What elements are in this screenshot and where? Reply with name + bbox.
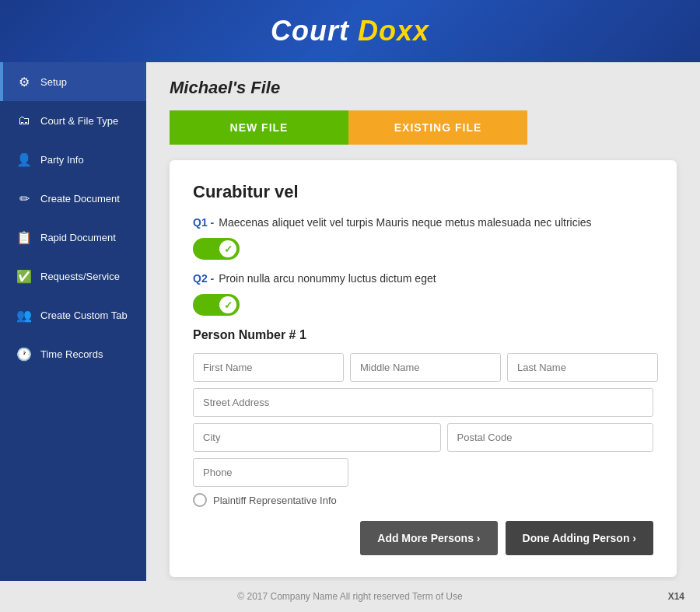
sidebar-item-setup[interactable]: ⚙ Setup — [0, 62, 146, 101]
question-1-row: Q1 - Maecenas aliquet velit vel turpis M… — [193, 216, 653, 229]
layout: ⚙ Setup 🗂 Court & File Type 👤 Party Info… — [0, 62, 700, 612]
q2-check-icon: ✓ — [224, 299, 233, 311]
q1-label: Q1 - — [193, 216, 214, 229]
person-number-label: Person Number # 1 — [193, 328, 653, 342]
sidebar-label-time-records: Time Records — [40, 348, 103, 360]
file-icon: 🗂 — [16, 112, 33, 129]
logo: Court Doxx — [271, 15, 429, 47]
main-content: Michael's File NEW FILE EXISTING FILE Cu… — [146, 62, 700, 612]
phone-row — [193, 458, 653, 487]
plaintiff-rep-radio[interactable] — [193, 493, 207, 507]
sidebar-item-party-info[interactable]: 👤 Party Info — [0, 140, 146, 179]
sidebar-item-create-custom-tab[interactable]: 👥 Create Custom Tab — [0, 296, 146, 334]
file-type-buttons: NEW FILE EXISTING FILE — [170, 110, 527, 145]
middle-name-input[interactable] — [350, 353, 501, 382]
done-adding-person-button[interactable]: Done Adding Person › — [506, 521, 653, 555]
new-file-button[interactable]: NEW FILE — [170, 110, 348, 145]
sidebar-label-create-document: Create Document — [40, 193, 120, 205]
first-name-input[interactable] — [193, 353, 344, 382]
question-2-row: Q2 - Proin nulla arcu nonummy luctus dic… — [193, 272, 653, 285]
logo-court: Court — [271, 15, 349, 47]
sidebar-item-requests-service[interactable]: ✅ Requests/Service — [0, 257, 146, 296]
footer: © 2017 Company Name All right reserved T… — [0, 581, 700, 612]
sidebar-label-requests-service: Requests/Service — [40, 271, 120, 282]
sidebar-label-create-custom-tab: Create Custom Tab — [40, 309, 128, 321]
main-card: Curabitur vel Q1 - Maecenas aliquet veli… — [170, 160, 677, 577]
group-icon: 👥 — [16, 306, 33, 323]
city-input[interactable] — [193, 423, 441, 452]
street-address-input[interactable] — [193, 388, 653, 417]
card-title: Curabitur vel — [193, 182, 653, 202]
existing-file-button[interactable]: EXISTING FILE — [348, 110, 527, 145]
sidebar-label-rapid-document: Rapid Document — [40, 232, 116, 243]
sidebar-item-time-records[interactable]: 🕐 Time Records — [0, 334, 146, 373]
name-row — [193, 353, 653, 382]
q2-toggle-wrap: ✓ — [193, 294, 653, 316]
pencil-icon: ✏ — [16, 190, 33, 207]
check-circle-icon: ✅ — [16, 268, 33, 285]
phone-input[interactable] — [193, 458, 348, 487]
street-row — [193, 388, 653, 417]
person-icon: 👤 — [16, 151, 33, 168]
page-title: Michael's File — [170, 78, 677, 98]
q2-toggle-knob: ✓ — [219, 296, 236, 313]
sidebar-item-create-document[interactable]: ✏ Create Document — [0, 179, 146, 218]
q1-toggle-wrap: ✓ — [193, 238, 653, 260]
postal-code-input[interactable] — [447, 423, 653, 452]
q2-label: Q2 - — [193, 272, 214, 285]
sidebar-item-court-file-type[interactable]: 🗂 Court & File Type — [0, 101, 146, 140]
city-postal-row — [193, 423, 653, 452]
sidebar-label-setup: Setup — [40, 76, 67, 88]
q2-text: Proin nulla arcu nonummy luctus dictum e… — [219, 272, 436, 285]
sidebar: ⚙ Setup 🗂 Court & File Type 👤 Party Info… — [0, 62, 146, 612]
logo-doxx: Doxx — [358, 15, 429, 47]
copy-icon: 📋 — [16, 229, 33, 246]
sidebar-label-court-file-type: Court & File Type — [40, 115, 118, 127]
footer-copyright: © 2017 Company Name All right reserved T… — [237, 591, 462, 602]
q2-toggle[interactable]: ✓ — [193, 294, 240, 316]
footer-version: X14 — [668, 591, 684, 602]
header: Court Doxx — [0, 0, 700, 62]
sidebar-item-rapid-document[interactable]: 📋 Rapid Document — [0, 218, 146, 257]
radio-row: Plaintiff Representative Info — [193, 493, 653, 507]
q1-check-icon: ✓ — [224, 243, 233, 255]
clock-icon: 🕐 — [16, 345, 33, 362]
plaintiff-rep-label: Plaintiff Representative Info — [213, 495, 337, 506]
q1-toggle-knob: ✓ — [219, 240, 236, 257]
gear-icon: ⚙ — [16, 73, 33, 90]
add-more-persons-button[interactable]: Add More Persons › — [360, 521, 497, 555]
q1-toggle[interactable]: ✓ — [193, 238, 240, 260]
q1-text: Maecenas aliquet velit vel turpis Mauris… — [219, 216, 591, 229]
action-buttons: Add More Persons › Done Adding Person › — [193, 521, 653, 555]
sidebar-label-party-info: Party Info — [40, 154, 84, 166]
last-name-input[interactable] — [507, 353, 658, 382]
